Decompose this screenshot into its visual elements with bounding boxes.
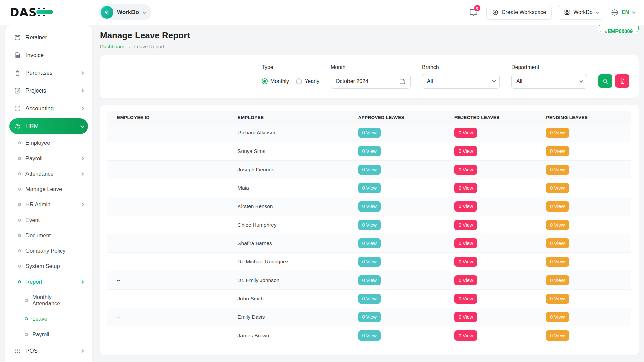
breadcrumb-dashboard-link[interactable]: Dashboard [100, 44, 124, 49]
radio-monthly[interactable]: Monthly [262, 78, 289, 84]
pending-view-button[interactable]: 0 View [546, 330, 569, 341]
sidebar-subitem[interactable]: Event [9, 213, 88, 227]
grid-icon [564, 9, 570, 16]
employee-id-badge[interactable]: -- [117, 333, 120, 338]
approved-view-button[interactable]: 0 View [358, 275, 381, 285]
rejected-view-button[interactable]: 0 View [454, 330, 477, 341]
approved-view-button[interactable]: 0 View [358, 257, 381, 267]
department-select[interactable]: All [511, 74, 587, 89]
sidebar-item[interactable]: POS [9, 343, 88, 359]
pending-view-button[interactable]: 0 View [546, 238, 569, 248]
rejected-view-button[interactable]: 0 View [454, 257, 477, 267]
sidebar-subitem[interactable]: Monthly Attendance [9, 290, 88, 310]
sidebar-item[interactable]: Purchases [9, 65, 88, 81]
pending-view-button[interactable]: 0 View [546, 146, 569, 156]
sidebar-subitem[interactable]: Payroll [9, 327, 88, 341]
sidebar-hrm-submenu: Employee Payroll Attendance Manage Leave [9, 136, 88, 341]
rejected-view-button[interactable]: 0 View [454, 312, 477, 322]
department-filter: Department All [511, 64, 587, 89]
pending-view-button[interactable]: 0 View [546, 220, 569, 230]
employee-id-badge[interactable]: -- [117, 296, 120, 301]
create-workspace-label: Create Workspace [502, 9, 546, 15]
pending-view-button[interactable]: 0 View [546, 201, 569, 212]
approved-view-button[interactable]: 0 View [358, 330, 381, 341]
sidebar-subitem[interactable]: System Setup [9, 259, 88, 273]
approved-view-button[interactable]: 0 View [358, 183, 381, 193]
export-button[interactable] [615, 74, 629, 88]
logo-text: DASH [10, 6, 46, 19]
bullet-icon [25, 299, 28, 302]
rejected-view-button[interactable]: 0 View [454, 294, 477, 304]
table-row: -- Dr. Michael Rodriguez 0 View 0 View 0… [107, 253, 631, 271]
approved-view-button[interactable]: 0 View [358, 165, 381, 175]
branch-select[interactable]: All [422, 74, 500, 89]
messages-button[interactable]: 0 [466, 5, 480, 19]
sidebar-item[interactable]: Invoice [9, 47, 88, 63]
approved-view-button[interactable]: 0 View [358, 146, 381, 156]
pending-view-button[interactable]: 0 View [546, 165, 569, 175]
sidebar-item[interactable]: Accounting [9, 101, 88, 116]
sidebar-item[interactable]: Retainer [9, 29, 88, 45]
table-body: #EMP00002 Richard Atkinson 0 View 0 View… [107, 124, 631, 345]
pending-view-button[interactable]: 0 View [546, 257, 569, 267]
employee-id-badge[interactable]: -- [117, 314, 120, 320]
sidebar-item-label: Invoice [25, 52, 44, 59]
create-workspace-button[interactable]: Create Workspace [486, 5, 552, 20]
chevron-down-icon [596, 10, 599, 14]
main-content: Manage Leave Report Dashboard Leave Repo… [100, 25, 639, 355]
pending-view-button[interactable]: 0 View [546, 128, 569, 138]
rejected-view-button[interactable]: 0 View [454, 201, 477, 212]
chevron-icon [80, 157, 84, 160]
pending-view-button[interactable]: 0 View [546, 275, 569, 285]
sidebar-item-label: POS [25, 348, 38, 354]
employee-id-badge[interactable]: #EMP00009 [599, 24, 639, 32]
sidebar-bottom-nav: POS [9, 343, 88, 359]
file-icon [619, 78, 626, 84]
month-input[interactable]: October 2024 [331, 74, 411, 89]
sidebar-subitem[interactable]: Company Policy [9, 244, 88, 258]
language-selector[interactable]: EN [610, 7, 635, 18]
sidebar-subitem[interactable]: Manage Leave [9, 182, 88, 196]
approved-view-button[interactable]: 0 View [358, 238, 381, 248]
table-header-row: EMPLOYEE ID EMPLOYEE APPROVED LEAVES REJ… [107, 111, 631, 124]
rejected-view-button[interactable]: 0 View [454, 183, 477, 193]
sidebar-item[interactable]: HRM [9, 118, 88, 134]
employee-id-badge[interactable]: -- [117, 259, 120, 264]
table-row: -- Dr. Emily Johnson 0 View 0 View 0 Vie… [107, 271, 631, 290]
rejected-view-button[interactable]: 0 View [454, 128, 477, 138]
employee-name: Chloe Humphrey [237, 222, 276, 228]
sidebar-subitem[interactable]: Payroll [9, 152, 88, 165]
approved-view-button[interactable]: 0 View [358, 312, 381, 322]
bullet-icon [18, 203, 21, 206]
sidebar-subitem[interactable]: HR Admin [9, 198, 88, 212]
workspace-switcher[interactable]: WorkDo [99, 4, 151, 20]
employee-id-badge[interactable]: -- [117, 277, 120, 283]
employee-name: Shafira Barnes [237, 240, 272, 246]
type-filter: Type Monthly Yearly [262, 64, 319, 89]
pending-view-button[interactable]: 0 View [546, 312, 569, 322]
search-button[interactable] [598, 74, 612, 88]
rejected-view-button[interactable]: 0 View [454, 146, 477, 156]
approved-view-button[interactable]: 0 View [358, 220, 381, 230]
dash-logo[interactable]: DASH [10, 6, 93, 19]
rejected-view-button[interactable]: 0 View [454, 165, 477, 175]
sidebar-subitem[interactable]: Leave [9, 312, 88, 326]
workspace-menu-label: WorkDo [573, 9, 593, 15]
approved-view-button[interactable]: 0 View [358, 294, 381, 304]
radio-yearly[interactable]: Yearly [296, 78, 319, 84]
month-label: Month [331, 64, 411, 70]
sidebar-subitem[interactable]: Attendance [9, 167, 88, 181]
approved-view-button[interactable]: 0 View [358, 128, 381, 138]
pending-view-button[interactable]: 0 View [546, 183, 569, 193]
sidebar-subitem[interactable]: Employee [9, 136, 88, 150]
sidebar-item[interactable]: Projects [9, 83, 88, 99]
approved-view-button[interactable]: 0 View [358, 201, 381, 212]
rejected-view-button[interactable]: 0 View [454, 238, 477, 248]
rejected-view-button[interactable]: 0 View [454, 275, 477, 285]
rejected-view-button[interactable]: 0 View [454, 220, 477, 230]
pending-view-button[interactable]: 0 View [546, 294, 569, 304]
sidebar-subitem[interactable]: Document [9, 229, 88, 242]
workspace-menu-button[interactable]: WorkDo [558, 5, 604, 20]
bullet-icon [18, 280, 21, 283]
sidebar-subitem[interactable]: Report [9, 275, 88, 289]
